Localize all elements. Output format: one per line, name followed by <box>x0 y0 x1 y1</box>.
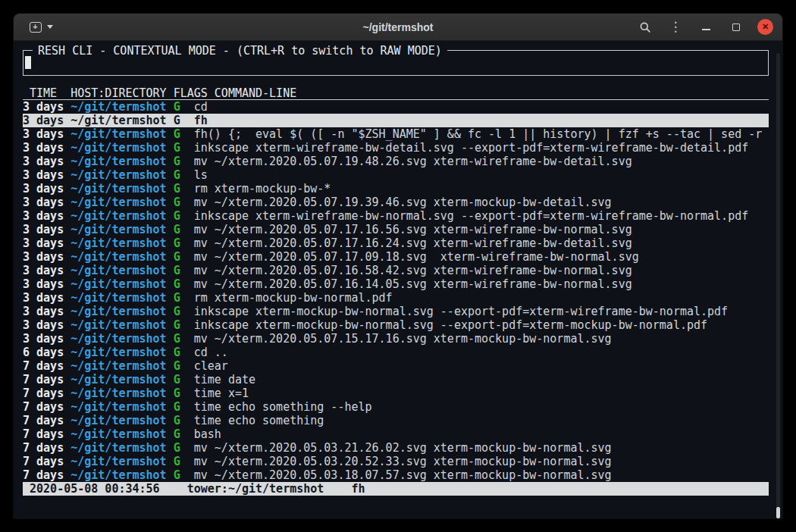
row-flag: G <box>174 264 194 277</box>
history-row[interactable]: 3 days ~/git/termshot G inkscape xterm-m… <box>23 305 769 318</box>
titlebar[interactable]: + ~/git/termshot ⋮ ✕ <box>14 14 782 41</box>
row-time: 7 days <box>23 455 71 468</box>
row-host-directory: ~/git/termshot <box>71 114 173 127</box>
row-host-directory: ~/git/termshot <box>71 305 173 318</box>
row-flag: G <box>174 455 194 468</box>
row-time: 3 days <box>23 223 71 236</box>
row-command: mv ~/xterm.2020.05.07.15.17.16.svg xterm… <box>194 332 769 346</box>
history-row[interactable]: 7 days ~/git/termshot G time x=1 <box>23 386 769 400</box>
row-time: 3 days <box>23 291 71 305</box>
history-row[interactable]: 6 days ~/git/termshot G cd .. <box>23 346 769 359</box>
history-row[interactable]: 3 days ~/git/termshot G inkscape xterm-m… <box>23 318 769 332</box>
row-host-directory: ~/git/termshot <box>71 182 173 196</box>
scrollbar[interactable] <box>776 53 780 518</box>
row-time: 3 days <box>23 114 71 127</box>
close-button[interactable]: ✕ <box>757 19 773 35</box>
row-time: 7 days <box>23 386 71 400</box>
history-row[interactable]: 3 days ~/git/termshot G inkscape xterm-w… <box>23 141 769 155</box>
row-flag: G <box>174 277 194 291</box>
history-row[interactable]: 3 days ~/git/termshot G fh <box>23 114 769 127</box>
resh-mode-title: RESH CLI - CONTEXTUAL MODE - (CTRL+R to … <box>33 44 447 58</box>
row-command: time date <box>194 373 769 386</box>
row-time: 3 days <box>23 196 71 209</box>
history-row[interactable]: 3 days ~/git/termshot G mv ~/xterm.2020.… <box>23 264 769 277</box>
row-command: mv ~/xterm.2020.05.07.16.58.42.svg xterm… <box>194 264 769 277</box>
row-command: cd .. <box>194 346 769 359</box>
history-row[interactable]: 7 days ~/git/termshot G bash <box>23 427 769 441</box>
history-row[interactable]: 7 days ~/git/termshot G time date <box>23 373 769 386</box>
terminal-screen[interactable]: RESH CLI - CONTEXTUAL MODE - (CTRL+R to … <box>14 50 782 518</box>
history-row[interactable]: 3 days ~/git/termshot G mv ~/xterm.2020.… <box>23 223 769 236</box>
row-command: cd <box>194 100 769 114</box>
row-command: inkscape xterm-mockup-bw-normal.svg --ex… <box>194 305 769 318</box>
row-flag: G <box>174 414 194 427</box>
history-row[interactable]: 7 days ~/git/termshot G clear <box>23 359 769 373</box>
row-flag: G <box>174 346 194 359</box>
history-row[interactable]: 3 days ~/git/termshot G cd <box>23 100 769 114</box>
new-tab-button[interactable]: + <box>23 17 59 37</box>
history-row[interactable]: 3 days ~/git/termshot G mv ~/xterm.2020.… <box>23 277 769 291</box>
row-host-directory: ~/git/termshot <box>71 155 173 168</box>
row-host-directory: ~/git/termshot <box>71 386 173 400</box>
history-row[interactable]: 3 days ~/git/termshot G fh() {; eval $( … <box>23 127 769 141</box>
history-row[interactable]: 7 days ~/git/termshot G time echo someth… <box>23 400 769 414</box>
row-command: mv ~/xterm.2020.05.03.18.07.57.svg xterm… <box>194 468 769 482</box>
row-time: 3 days <box>23 182 71 196</box>
row-flag: G <box>174 250 194 264</box>
row-command: mv ~/xterm.2020.05.07.17.16.24.svg xterm… <box>194 236 769 250</box>
history-row[interactable]: 3 days ~/git/termshot G mv ~/xterm.2020.… <box>23 236 769 250</box>
new-tab-icon: + <box>30 22 42 33</box>
close-icon: ✕ <box>762 23 769 31</box>
history-row[interactable]: 7 days ~/git/termshot G mv ~/xterm.2020.… <box>23 455 769 468</box>
row-command: ls <box>194 168 769 182</box>
history-row[interactable]: 3 days ~/git/termshot G rm xterm-mockup-… <box>23 182 769 196</box>
header-time: TIME <box>23 86 71 99</box>
row-host-directory: ~/git/termshot <box>71 400 173 414</box>
history-row[interactable]: 3 days ~/git/termshot G mv ~/xterm.2020.… <box>23 155 769 168</box>
history-row[interactable]: 3 days ~/git/termshot G rm xterm-mockup-… <box>23 291 769 305</box>
row-command: mv ~/xterm.2020.05.07.17.09.18.svg xterm… <box>194 250 769 264</box>
row-time: 7 days <box>23 414 71 427</box>
row-command: inkscape xterm-mockup-bw-normal.svg --ex… <box>194 318 769 332</box>
row-time: 7 days <box>23 359 71 373</box>
history-row[interactable]: 3 days ~/git/termshot G mv ~/xterm.2020.… <box>23 250 769 264</box>
row-flag: G <box>174 318 194 332</box>
row-host-directory: ~/git/termshot <box>71 196 173 209</box>
search-button[interactable] <box>636 17 654 37</box>
history-row[interactable]: 3 days ~/git/termshot G ls <box>23 168 769 182</box>
row-time: 3 days <box>23 318 71 332</box>
scrollbar-thumb[interactable] <box>776 507 780 518</box>
row-flag: G <box>174 427 194 441</box>
row-flag: G <box>174 400 194 414</box>
row-host-directory: ~/git/termshot <box>71 223 173 236</box>
row-host-directory: ~/git/termshot <box>71 414 173 427</box>
row-host-directory: ~/git/termshot <box>71 209 173 223</box>
row-time: 3 days <box>23 127 71 141</box>
row-flag: G <box>174 386 194 400</box>
row-time: 7 days <box>23 400 71 414</box>
restore-button[interactable] <box>727 17 745 37</box>
row-host-directory: ~/git/termshot <box>71 277 173 291</box>
text-cursor <box>25 56 31 69</box>
history-row[interactable]: 3 days ~/git/termshot G mv ~/xterm.2020.… <box>23 196 769 209</box>
history-row[interactable]: 7 days ~/git/termshot G mv ~/xterm.2020.… <box>23 441 769 455</box>
row-command: mv ~/xterm.2020.05.07.19.39.46.svg xterm… <box>194 196 769 209</box>
row-flag: G <box>174 468 194 482</box>
row-host-directory: ~/git/termshot <box>71 455 173 468</box>
resh-search-box[interactable]: RESH CLI - CONTEXTUAL MODE - (CTRL+R to … <box>23 50 769 76</box>
history-row[interactable]: 7 days ~/git/termshot G time echo someth… <box>23 414 769 427</box>
history-row[interactable]: 3 days ~/git/termshot G inkscape xterm-w… <box>23 209 769 223</box>
history-row[interactable]: 3 days ~/git/termshot G mv ~/xterm.2020.… <box>23 332 769 346</box>
row-command: mv ~/xterm.2020.05.07.16.14.05.svg xterm… <box>194 277 769 291</box>
row-flag: G <box>174 332 194 346</box>
menu-button[interactable]: ⋮ <box>666 17 685 37</box>
history-row[interactable]: 7 days ~/git/termshot G mv ~/xterm.2020.… <box>23 468 769 482</box>
chevron-down-icon <box>47 25 53 29</box>
minimize-button[interactable] <box>697 17 715 37</box>
search-icon <box>639 21 651 33</box>
status-command: fh <box>351 482 365 496</box>
row-flag: G <box>174 441 194 455</box>
row-command: rm xterm-mockup-bw-* <box>194 182 769 196</box>
row-time: 3 days <box>23 209 71 223</box>
row-time: 3 days <box>23 305 71 318</box>
